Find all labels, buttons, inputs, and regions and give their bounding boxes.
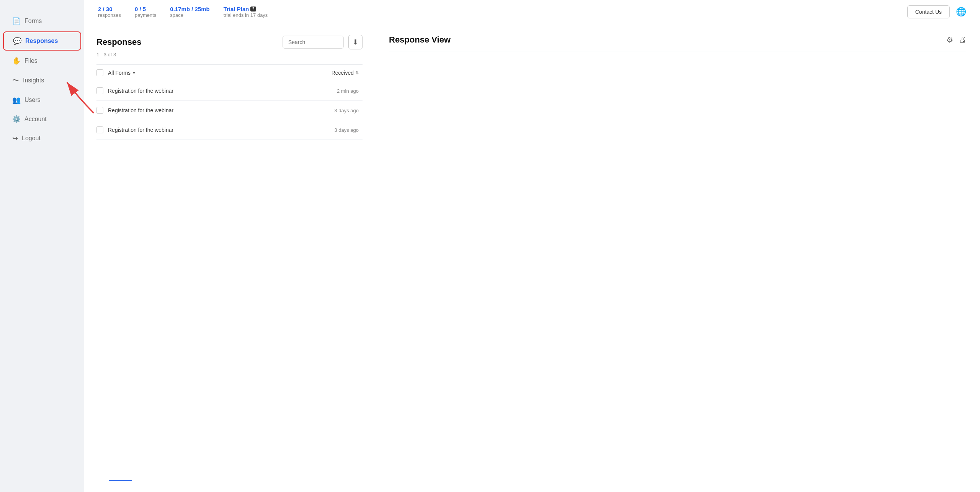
- search-input[interactable]: [283, 36, 344, 49]
- all-forms-dropdown[interactable]: All Forms ▾: [108, 70, 135, 76]
- table-row[interactable]: Registration for the webinar 2 min ago: [96, 81, 363, 101]
- responses-title: Responses: [96, 37, 141, 47]
- topbar: 2 / 30 responses 0 / 5 payments 0.17mb /…: [84, 0, 980, 24]
- response-view-title: Response View: [389, 35, 451, 45]
- stat-payments: 0 / 5 payments: [135, 6, 156, 18]
- response-view-panel: Response View ⚙ 🖨: [375, 24, 980, 492]
- stat-responses: 2 / 30 responses: [98, 6, 121, 18]
- sidebar: 📄 Forms 💬 Responses ✋ Files 〜 Insights 👥…: [0, 0, 84, 492]
- stat-space: 0.17mb / 25mb space: [170, 6, 209, 18]
- responses-panel: Responses ⬇ 1 - 3 of 3 All Forms ▾ Recei…: [84, 24, 375, 492]
- sidebar-item-users[interactable]: 👥 Users: [3, 91, 81, 109]
- main-content: 2 / 30 responses 0 / 5 payments 0.17mb /…: [84, 0, 980, 492]
- insights-icon: 〜: [12, 76, 19, 85]
- logout-icon: ↪: [12, 134, 18, 143]
- received-column-header[interactable]: Received ⇅: [332, 70, 359, 76]
- row-checkbox[interactable]: [96, 107, 103, 114]
- response-view-header: Response View ⚙ 🖨: [389, 35, 966, 51]
- select-all-checkbox[interactable]: [96, 69, 103, 76]
- row-checkbox[interactable]: [96, 87, 103, 94]
- download-button[interactable]: ⬇: [348, 35, 363, 49]
- responses-icon: 💬: [13, 37, 21, 45]
- view-icons: ⚙ 🖨: [946, 35, 966, 44]
- responses-header-right: ⬇: [283, 35, 363, 49]
- table-row[interactable]: Registration for the webinar 3 days ago: [96, 101, 363, 120]
- topbar-right: Contact Us 🌐: [907, 5, 966, 18]
- files-icon: ✋: [12, 57, 21, 65]
- sidebar-item-files[interactable]: ✋ Files: [3, 52, 81, 70]
- sidebar-item-account[interactable]: ⚙️ Account: [3, 110, 81, 128]
- responses-header: Responses ⬇: [96, 35, 363, 49]
- bottom-blue-bar: [109, 480, 132, 481]
- responses-count: 1 - 3 of 3: [96, 52, 363, 57]
- contact-us-button[interactable]: Contact Us: [907, 5, 950, 18]
- print-icon[interactable]: 🖨: [959, 35, 966, 44]
- sidebar-item-logout[interactable]: ↪ Logout: [3, 130, 81, 147]
- sidebar-item-insights[interactable]: 〜 Insights: [3, 71, 81, 90]
- sidebar-item-responses[interactable]: 💬 Responses: [3, 31, 81, 51]
- table-row[interactable]: Registration for the webinar 3 days ago: [96, 120, 363, 140]
- settings-icon[interactable]: ⚙: [946, 35, 953, 44]
- users-icon: 👥: [12, 96, 21, 104]
- row-checkbox[interactable]: [96, 126, 103, 133]
- content-area: Responses ⬇ 1 - 3 of 3 All Forms ▾ Recei…: [84, 24, 980, 492]
- chevron-down-icon: ▾: [133, 70, 135, 75]
- forms-icon: 📄: [12, 17, 21, 25]
- trial-plan: Trial Plan ? trial ends in 17 days: [224, 6, 268, 18]
- sort-icon: ⇅: [355, 71, 359, 75]
- table-header: All Forms ▾ Received ⇅: [96, 65, 363, 81]
- topbar-stats: 2 / 30 responses 0 / 5 payments 0.17mb /…: [98, 6, 268, 18]
- globe-icon[interactable]: 🌐: [956, 7, 966, 17]
- sidebar-item-forms[interactable]: 📄 Forms: [3, 12, 81, 30]
- account-icon: ⚙️: [12, 115, 21, 123]
